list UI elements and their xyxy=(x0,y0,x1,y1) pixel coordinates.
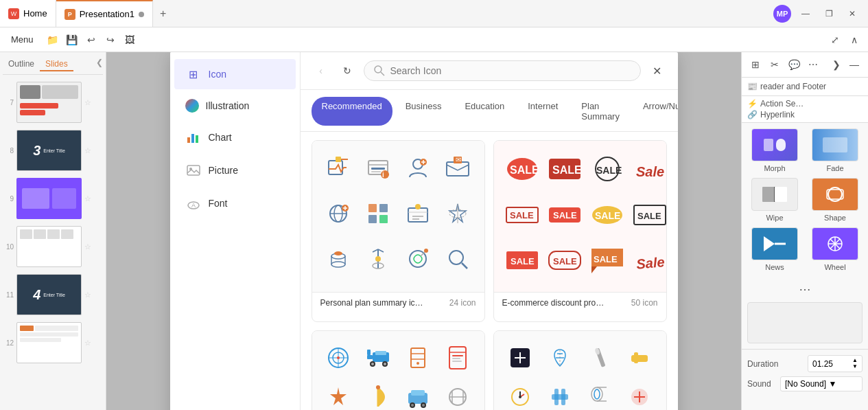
icon-cell[interactable] xyxy=(438,194,478,234)
icon-cell[interactable]: SALE xyxy=(586,239,629,282)
picture-icon[interactable]: 🖼 xyxy=(121,32,138,48)
slide-item-12[interactable]: 12 ☆ xyxy=(3,321,103,365)
search-input[interactable] xyxy=(390,65,631,76)
more-icon[interactable]: ⋯ xyxy=(805,56,821,73)
cat-tab-recommended[interactable]: Recommended xyxy=(312,97,392,126)
slides-icon[interactable]: ⊞ xyxy=(747,56,764,73)
redo-icon[interactable]: ↪ xyxy=(102,32,119,48)
slide-item-8[interactable]: 8 3 Enter Title ☆ xyxy=(3,128,103,172)
icon-cell[interactable] xyxy=(319,338,359,378)
transition-fade[interactable]: Fade xyxy=(808,128,863,172)
icon-cell[interactable]: SALE xyxy=(586,148,629,190)
icon-cell[interactable]: SALE xyxy=(501,148,543,190)
icon-cell[interactable] xyxy=(358,194,398,234)
chevron-up-icon[interactable]: ∧ xyxy=(846,32,863,48)
icon-cell[interactable] xyxy=(438,338,478,378)
maximize-button[interactable]: ❐ xyxy=(820,7,838,21)
icon-card-2[interactable]: SALE SALE SALE Sale xyxy=(493,140,667,322)
slide-item-7[interactable]: 7 ☆ xyxy=(3,80,103,124)
duration-stepper[interactable]: ▲ ▼ xyxy=(852,358,858,369)
duration-up[interactable]: ▲ xyxy=(852,358,858,363)
minimize-right-icon[interactable]: — xyxy=(846,56,863,73)
icon-cell[interactable] xyxy=(319,194,359,234)
icon-cell[interactable]: SALE xyxy=(501,194,543,236)
cut-icon[interactable]: ✂ xyxy=(766,56,783,73)
slide-thumb-10[interactable] xyxy=(16,226,82,267)
expand-right-icon[interactable]: ❯ xyxy=(828,56,845,73)
cat-tab-internet[interactable]: Internet xyxy=(517,97,568,126)
cat-tab-education[interactable]: Education xyxy=(454,97,515,126)
icon-card-4[interactable]: Medical and health ic… 40 icon xyxy=(493,330,667,410)
close-modal-button[interactable]: ✕ xyxy=(648,61,667,80)
cat-tab-business[interactable]: Business xyxy=(395,97,452,126)
icon-cell[interactable] xyxy=(319,378,359,411)
slide-star-11[interactable]: ☆ xyxy=(84,291,91,299)
duration-down[interactable]: ▼ xyxy=(852,364,858,369)
search-box[interactable] xyxy=(364,60,641,81)
slide-star-8[interactable]: ☆ xyxy=(84,146,91,155)
slide-star-10[interactable]: ☆ xyxy=(84,242,91,251)
more-transitions-button[interactable]: … xyxy=(742,277,868,297)
icon-cell[interactable]: SALE xyxy=(543,148,586,190)
slide-thumb-11[interactable]: 4 Enter Title xyxy=(16,274,82,315)
slide-thumb-9[interactable] xyxy=(16,178,82,219)
tab-presentation1[interactable]: P Presentation1 xyxy=(56,0,153,27)
slide-thumb-12[interactable] xyxy=(16,322,82,363)
icon-cell[interactable]: ✉ xyxy=(438,148,478,187)
transition-wheel[interactable]: Wheel xyxy=(808,227,863,271)
icon-cell[interactable] xyxy=(398,148,438,187)
slide-item-11[interactable]: 11 4 Enter Title ☆ xyxy=(3,273,103,317)
transition-morph[interactable]: Morph xyxy=(747,128,802,172)
nav-item-font[interactable]: A Font xyxy=(174,188,296,218)
icon-cell[interactable] xyxy=(620,338,659,378)
add-tab-button[interactable]: + xyxy=(153,8,173,20)
icon-cell[interactable] xyxy=(438,378,478,411)
slide-star-12[interactable]: ☆ xyxy=(84,339,91,348)
close-button[interactable]: ✕ xyxy=(843,7,861,21)
nav-item-illustration[interactable]: Illustration xyxy=(174,92,296,119)
icon-cell[interactable] xyxy=(540,378,580,411)
icon-cell[interactable] xyxy=(398,378,438,411)
action-item[interactable]: ⚡ Action Se… xyxy=(747,99,863,109)
refresh-button[interactable]: ↻ xyxy=(338,61,357,80)
duration-input[interactable]: 01.25 ▲ ▼ xyxy=(808,355,863,372)
transition-news[interactable]: News xyxy=(747,227,802,271)
tab-outline[interactable]: Outline xyxy=(3,58,40,71)
transition-wipe[interactable]: Wipe xyxy=(747,178,802,222)
nav-item-picture[interactable]: Picture xyxy=(174,155,296,185)
menu-button[interactable]: Menu xyxy=(5,32,39,47)
slide-thumb-7[interactable] xyxy=(16,82,82,123)
icon-cell[interactable]: SALE xyxy=(586,194,629,236)
icon-cell[interactable] xyxy=(620,378,659,411)
icon-cell[interactable] xyxy=(398,194,438,234)
icon-cell[interactable] xyxy=(501,378,541,411)
slide-thumb-8[interactable]: 3 Enter Title xyxy=(16,130,82,171)
hyperlink-item[interactable]: 🔗 Hyperlink xyxy=(747,110,863,119)
slide-item-10[interactable]: 10 ☆ xyxy=(3,225,103,269)
slide-star-9[interactable]: ☆ xyxy=(84,194,91,203)
nav-item-icon[interactable]: ⊞ Icon xyxy=(174,59,296,89)
save-icon[interactable]: 💾 xyxy=(64,32,80,48)
icon-cell[interactable]: SALE xyxy=(501,239,543,282)
icon-cell[interactable] xyxy=(398,338,438,378)
collapse-panel-icon[interactable]: ❮ xyxy=(96,58,103,71)
icon-cell[interactable] xyxy=(358,378,398,411)
transition-shape[interactable]: Shape xyxy=(808,178,863,222)
undo-icon[interactable]: ↩ xyxy=(83,32,99,48)
icon-card-3[interactable]: Car and transport ic… 30 icon xyxy=(312,330,485,410)
icon-cell[interactable]: SALE xyxy=(543,194,586,236)
icon-card-1[interactable]: i ✉ xyxy=(312,140,485,322)
icon-cell[interactable] xyxy=(540,338,580,378)
icon-cell[interactable] xyxy=(580,338,620,378)
expand-icon[interactable]: ⤢ xyxy=(827,32,843,48)
slide-item-9[interactable]: 9 ☆ xyxy=(3,176,103,220)
icon-cell[interactable] xyxy=(501,338,541,378)
icon-cell[interactable] xyxy=(319,239,359,279)
icon-cell[interactable] xyxy=(438,239,478,279)
folder-icon[interactable]: 📁 xyxy=(45,32,61,48)
icon-cell[interactable] xyxy=(358,338,398,378)
sound-select[interactable]: [No Sound] ▼ xyxy=(780,376,863,391)
minimize-button[interactable]: — xyxy=(797,7,814,21)
icon-cell[interactable] xyxy=(398,239,438,279)
icon-cell[interactable] xyxy=(580,378,620,411)
